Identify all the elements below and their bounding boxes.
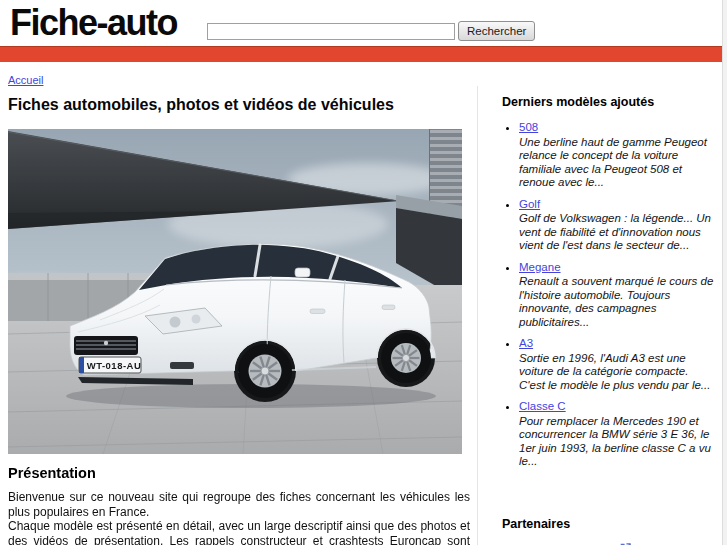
page: Fiche-auto Rechercher Accueil Fiches aut…: [0, 0, 723, 545]
model-list-item: 508 Une berline haut de gamme Peugeot re…: [519, 121, 717, 190]
car-photo: WT-018-AU: [8, 129, 462, 454]
license-plate: WT-018-AU: [87, 360, 142, 371]
header: Fiche-auto Rechercher: [0, 0, 722, 46]
search-button[interactable]: Rechercher: [458, 21, 535, 41]
model-link-classe-c[interactable]: Classe C: [519, 400, 566, 412]
license-plate-group: WT-018-AU: [79, 357, 141, 373]
accent-bar: [0, 46, 722, 62]
model-description: Sortie en 1996, l'Audi A3 est une voitur…: [519, 352, 717, 393]
search-input[interactable]: [207, 23, 455, 40]
site-logo: Fiche-auto: [10, 2, 177, 44]
foglight: [170, 362, 194, 369]
latest-models-title: Derniers modèles ajoutés: [502, 95, 717, 109]
model-description: Renault a souvent marqué le cours de l'h…: [519, 275, 717, 329]
model-link-golf[interactable]: Golf: [519, 198, 540, 210]
front-wheel: [238, 344, 292, 398]
column-divider: [477, 86, 478, 545]
model-list-item: Classe C Pour remplacer la Mercedes 190 …: [519, 400, 717, 469]
latest-models-list: 508 Une berline haut de gamme Peugeot re…: [502, 121, 717, 469]
model-description: Une berline haut de gamme Peugeot relanc…: [519, 136, 717, 190]
model-list-item: A3 Sortie en 1996, l'Audi A3 est une voi…: [519, 337, 717, 392]
model-list-item: Megane Renault a souvent marqué le cours…: [519, 261, 717, 330]
model-link-508[interactable]: 508: [519, 121, 538, 133]
presentation-title: Présentation: [8, 465, 470, 481]
model-list-item: Golf Golf de Volkswagen : la légende... …: [519, 198, 717, 253]
presentation-text: Bienvenue sur ce nouveau site qui regrou…: [8, 490, 470, 545]
model-link-a3[interactable]: A3: [519, 337, 533, 349]
model-link-megane[interactable]: Megane: [519, 261, 561, 273]
presentation-paragraph: Bienvenue sur ce nouveau site qui regrou…: [8, 490, 470, 519]
sidebar: Derniers modèles ajoutés 508 Une berline…: [502, 88, 717, 545]
breadcrumb: Accueil: [8, 74, 722, 86]
partners-title: Partenaires: [502, 517, 717, 531]
model-description: Golf de Volkswagen : la légende... Un ve…: [519, 212, 717, 253]
page-title: Fiches automobiles, photos et vidéos de …: [8, 96, 470, 114]
main-content: Fiches automobiles, photos et vidéos de …: [8, 88, 470, 545]
grille: [74, 336, 138, 355]
breadcrumb-home-link[interactable]: Accueil: [8, 74, 43, 86]
presentation-paragraph: Chaque modèle est présenté en détail, av…: [8, 519, 470, 545]
side-mirror: [295, 268, 310, 277]
car-photo-illustration: WT-018-AU: [8, 129, 462, 454]
rear-wheel: [381, 333, 431, 383]
model-description: Pour remplacer la Mercedes 190 et concur…: [519, 415, 717, 469]
